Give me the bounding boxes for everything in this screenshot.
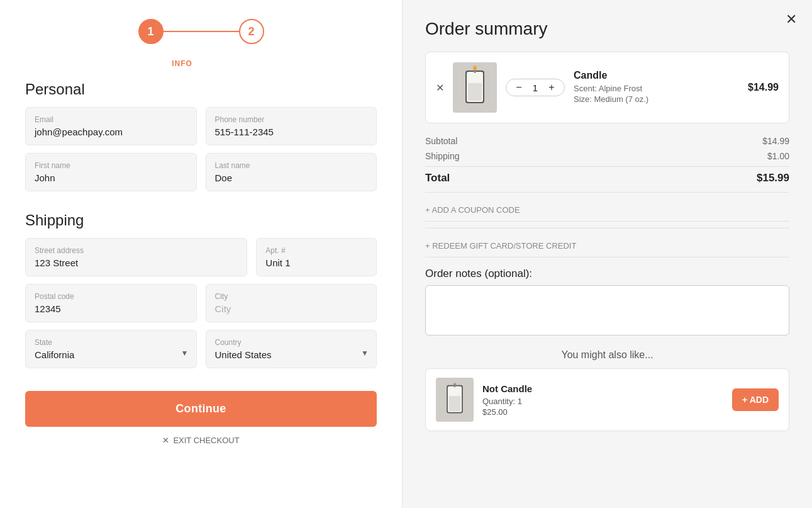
state-chevron-down-icon: ▼ [181,349,189,358]
personal-title: Personal [25,81,377,98]
stepper: 1 2 [25,19,377,44]
apt-label: Apt. # [265,246,367,255]
last-name-label: Last name [215,161,368,170]
upsell-info: Not Candle Quantity: 1 $25.00 [482,383,723,417]
state-value: California [35,349,187,360]
quantity-value: 1 [530,82,540,93]
quantity-control: − 1 + [506,79,565,96]
email-label: Email [35,115,187,124]
divider-1 [425,192,789,193]
step-1-circle: 1 [138,19,164,44]
country-chevron-down-icon: ▼ [361,349,369,358]
country-select[interactable]: Country United States ▼ [206,330,377,368]
street-field[interactable]: Street address 123 Street [25,238,247,276]
continue-button[interactable]: Continue [25,391,377,427]
last-name-field[interactable]: Last name Doe [206,153,377,191]
exit-checkout-label: EXIT CHECKOUT [173,436,239,445]
upsell-image [436,378,474,422]
phone-field[interactable]: Phone number 515-111-2345 [206,107,377,145]
svg-rect-2 [468,83,482,101]
upsell-qty: Quantity: 1 [482,397,723,406]
right-panel: ✕ Order summary ✕ − 1 + Candle Scent: Al… [403,0,812,508]
upsell-price: $25.00 [482,407,723,417]
step-2-circle: 2 [239,19,264,44]
shipping-section: Shipping Street address 123 Street Apt. … [25,212,377,376]
total-label: Total [425,172,450,184]
postal-value: 12345 [35,303,187,314]
upsell-candle-svg [441,381,469,419]
step-line [164,31,239,32]
state-country-row: State California ▼ Country United States… [25,330,377,368]
close-button[interactable]: ✕ [786,11,797,28]
remove-product-button[interactable]: ✕ [436,82,444,94]
street-value: 123 Street [35,257,238,268]
subtotal-row: Subtotal $14.99 [425,136,789,146]
shipping-label: Shipping [425,151,460,161]
email-field[interactable]: Email john@peachpay.com [25,107,197,145]
phone-label: Phone number [215,115,368,124]
subtotal-value: $14.99 [762,136,789,146]
email-phone-row: Email john@peachpay.com Phone number 515… [25,107,377,145]
exit-x-icon: ✕ [162,436,169,445]
shipping-row: Shipping $1.00 [425,151,789,161]
divider-2 [425,228,789,229]
product-card: ✕ − 1 + Candle Scent: Alpine Frost Size:… [425,52,789,123]
shipping-value: $1.00 [767,151,789,161]
postal-label: Postal code [35,292,187,301]
svg-point-4 [473,65,477,71]
total-value: $15.99 [757,172,789,184]
product-price: $14.99 [748,82,779,93]
gift-card-link[interactable]: + REDEEM GIFT CARD/STORE CREDIT [425,235,789,257]
country-label: Country [215,338,368,347]
product-info: Candle Scent: Alpine Frost Size: Medium … [574,70,739,105]
svg-rect-7 [449,396,461,411]
product-name: Candle [574,70,739,81]
upsell-title: You might also like... [425,349,789,361]
country-value: United States [215,349,368,360]
notes-label: Order notes (optional): [425,268,789,280]
order-summary-title: Order summary [425,19,789,39]
first-name-value: John [35,172,187,183]
first-name-label: First name [35,161,187,170]
postal-field[interactable]: Postal code 12345 [25,284,197,322]
street-apt-row: Street address 123 Street Apt. # Unit 1 [25,238,377,276]
price-rows: Subtotal $14.99 Shipping $1.00 Total $15… [425,136,789,184]
stepper-labels: INFO [25,59,377,68]
step-info-label: INFO [172,59,192,68]
total-row: Total $15.99 [425,166,789,184]
city-label: City [215,292,368,301]
product-image [453,62,497,113]
postal-city-row: Postal code 12345 City City [25,284,377,322]
shipping-title: Shipping [25,212,377,229]
svg-rect-8 [453,383,455,387]
exit-checkout[interactable]: ✕ EXIT CHECKOUT [25,436,377,445]
apt-field[interactable]: Apt. # Unit 1 [256,238,377,276]
name-row: First name John Last name Doe [25,153,377,191]
order-notes-input[interactable] [425,285,789,336]
state-select[interactable]: State California ▼ [25,330,197,368]
email-value: john@peachpay.com [35,127,187,137]
candle-image-svg [459,65,491,110]
product-size: Size: Medium (7 oz.) [574,94,739,104]
coupon-link[interactable]: + ADD A COUPON CODE [425,199,789,222]
street-label: Street address [35,246,238,255]
apt-value: Unit 1 [265,257,367,268]
personal-section: Personal Email john@peachpay.com Phone n… [25,81,377,199]
city-field[interactable]: City City [206,284,377,322]
product-scent: Scent: Alpine Frost [574,84,739,93]
left-panel: 1 2 INFO Personal Email john@peachpay.co… [0,0,403,508]
first-name-field[interactable]: First name John [25,153,197,191]
city-value: City [215,303,368,314]
upsell-name: Not Candle [482,383,723,394]
quantity-increase-button[interactable]: + [545,82,558,93]
last-name-value: Doe [215,172,368,183]
upsell-card: Not Candle Quantity: 1 $25.00 + ADD [425,368,789,431]
upsell-add-button[interactable]: + ADD [732,388,779,411]
subtotal-label: Subtotal [425,136,457,146]
state-label: State [35,338,187,347]
quantity-decrease-button[interactable]: − [513,82,525,93]
phone-value: 515-111-2345 [215,127,368,137]
